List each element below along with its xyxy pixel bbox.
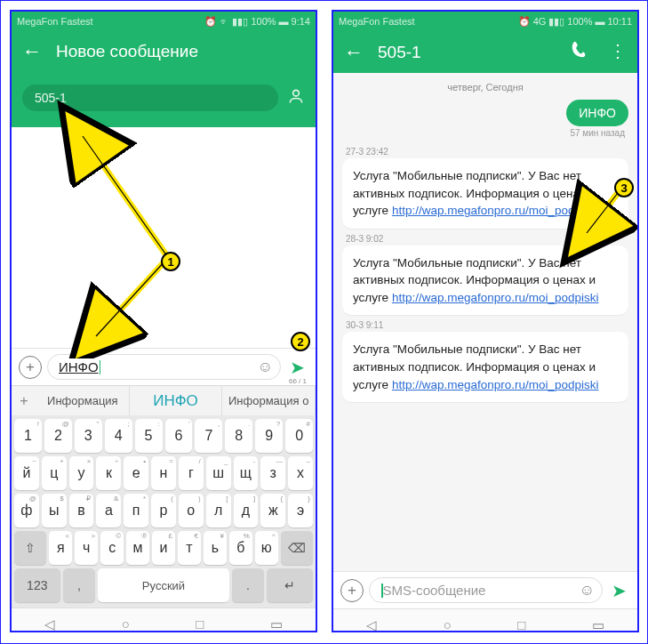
nav-back-icon[interactable]: ◁ xyxy=(366,617,377,633)
suggestion-plus[interactable]: + xyxy=(12,386,36,415)
nav-recent-icon[interactable]: □ xyxy=(517,617,525,632)
key-н[interactable]: =н xyxy=(151,456,176,490)
key-р[interactable]: (р xyxy=(151,494,176,527)
key-х[interactable]: –х xyxy=(288,456,313,490)
key-в[interactable]: ₽в xyxy=(69,494,94,527)
phone-conversation: MegaFon Fastest ⏰ 4G ▮▮▯ 100% ▬ 10:11 ← … xyxy=(332,10,639,632)
nav-recent-icon[interactable]: □ xyxy=(196,616,204,632)
key-ч[interactable]: >ч xyxy=(75,531,98,565)
send-button[interactable]: ➤ xyxy=(286,357,308,378)
clock: 9:14 xyxy=(292,16,310,27)
suggestion-bar: + Информация ИНФО Информация о xyxy=(12,385,316,415)
key-ш[interactable]: _ш xyxy=(206,456,231,490)
call-icon[interactable] xyxy=(570,40,589,64)
key-г[interactable]: /г xyxy=(179,456,204,490)
key-ь[interactable]: ¥ь xyxy=(204,531,227,565)
svg-line-2 xyxy=(83,136,167,256)
attach-button[interactable]: + xyxy=(340,579,364,602)
key-space[interactable]: Русский xyxy=(98,568,228,602)
more-icon[interactable]: ⋮ xyxy=(609,40,627,64)
svg-point-0 xyxy=(293,90,300,96)
key-shift[interactable]: ⇧ xyxy=(14,531,46,565)
message-input[interactable]: ИНФО ☺ xyxy=(47,354,281,380)
key-ф[interactable]: @ф xyxy=(14,494,39,527)
key-к[interactable]: ÷к xyxy=(96,456,121,490)
send-button[interactable]: ➤ xyxy=(608,580,630,601)
input-bar: + SMS-сообщение ☺ ➤ xyxy=(333,571,637,608)
key-е[interactable]: •е xyxy=(124,456,148,490)
key-м[interactable]: ®м xyxy=(126,531,149,565)
incoming-bubble[interactable]: Услуга "Мобильные подписки". У Вас нет а… xyxy=(342,158,628,229)
key-ы[interactable]: $ы xyxy=(42,494,67,527)
key-д[interactable]: ]д xyxy=(234,494,259,527)
incoming-bubble[interactable]: Услуга "Мобильные подписки". У Вас нет а… xyxy=(342,246,628,316)
key-п[interactable]: *п xyxy=(124,494,148,527)
key-й[interactable]: ~й xyxy=(14,456,39,490)
key-2[interactable]: @2 xyxy=(44,419,72,453)
key-б[interactable]: %б xyxy=(229,531,252,565)
back-icon[interactable]: ← xyxy=(344,41,364,64)
key-backspace[interactable]: ⌫ xyxy=(281,531,313,565)
nav-extra-icon[interactable]: ▭ xyxy=(592,617,604,633)
key-л[interactable]: [л xyxy=(206,494,231,527)
key-5[interactable]: :5 xyxy=(135,419,163,453)
incoming-bubble[interactable]: Услуга "Мобильные подписки". У Вас нет а… xyxy=(342,332,628,402)
key-3[interactable]: "3 xyxy=(75,419,102,453)
key-9[interactable]: ?9 xyxy=(255,419,283,453)
key-з[interactable]: —з xyxy=(260,456,285,490)
suggestion-1[interactable]: Информация xyxy=(36,386,130,415)
key-ю[interactable]: ^ю xyxy=(255,531,278,565)
alarm-icon: ⏰ xyxy=(518,16,531,28)
key-6[interactable]: '6 xyxy=(165,419,193,453)
battery-pct: 100% xyxy=(567,16,592,27)
key-8[interactable]: .8 xyxy=(225,419,252,453)
key-щ[interactable]: -щ xyxy=(234,456,259,490)
date-separator: четверг, Сегодня xyxy=(342,82,628,93)
suggestion-2[interactable]: ИНФО xyxy=(130,386,223,415)
emoji-icon[interactable]: ☺ xyxy=(258,358,273,376)
nav-home-icon[interactable]: ○ xyxy=(444,617,452,632)
suggestion-3[interactable]: Информация о xyxy=(222,386,316,415)
chat-body[interactable]: четверг, Сегодня ИНФО 57 мин назад 27-3 … xyxy=(333,73,637,571)
key-с[interactable]: ©с xyxy=(100,531,124,565)
message-link[interactable]: http://wap.megafonpro.ru/moi_podpiski xyxy=(392,291,599,304)
key-123[interactable]: 123 xyxy=(14,568,60,602)
battery-pct: 100% xyxy=(251,16,276,27)
message-input[interactable]: SMS-сообщение ☺ xyxy=(369,577,603,603)
key-я[interactable]: <я xyxy=(49,531,72,565)
key-ц[interactable]: +ц xyxy=(42,456,67,490)
status-bar: MegaFon Fastest ⏰ ᯤ ▮▮▯ 100% ▬ 9:14 xyxy=(12,12,316,31)
key-о[interactable]: )о xyxy=(179,494,204,527)
back-icon[interactable]: ← xyxy=(22,40,42,63)
carrier-label: MegaFon Fastest xyxy=(339,16,415,27)
key-и[interactable]: £и xyxy=(152,531,175,565)
add-contact-icon[interactable] xyxy=(287,87,305,109)
header-actions: ⋮ xyxy=(570,40,627,64)
message-placeholder: SMS-сообщение xyxy=(383,583,486,598)
message-link[interactable]: http://wap.megafonpro.ru/moi_podpiski xyxy=(392,378,599,391)
outgoing-message: ИНФО xyxy=(342,100,628,126)
message-link[interactable]: http://wap.megafonpro.ru/moi_podpiski xyxy=(392,204,599,217)
status-bar: MegaFon Fastest ⏰ 4G ▮▮▯ 100% ▬ 10:11 xyxy=(333,12,637,31)
emoji-icon[interactable]: ☺ xyxy=(580,582,595,600)
nav-back-icon[interactable]: ◁ xyxy=(44,616,55,632)
key-dot[interactable]: . xyxy=(232,568,265,602)
key-ж[interactable]: {ж xyxy=(260,494,285,527)
key-э[interactable]: }э xyxy=(288,494,313,527)
key-enter[interactable]: ↵ xyxy=(267,568,313,602)
nav-bar: ◁ ○ □ ▭ xyxy=(333,608,637,632)
key-т[interactable]: €т xyxy=(178,531,201,565)
attach-button[interactable]: + xyxy=(19,356,42,379)
key-1[interactable]: !1 xyxy=(14,419,42,453)
nav-extra-icon[interactable]: ▭ xyxy=(270,616,283,632)
key-4[interactable]: ;4 xyxy=(105,419,132,453)
key-у[interactable]: ×у xyxy=(69,456,94,490)
nav-home-icon[interactable]: ○ xyxy=(122,616,130,632)
key-7[interactable]: ,7 xyxy=(195,419,222,453)
key-а[interactable]: &а xyxy=(96,494,121,527)
recipient-chip[interactable]: 505-1 xyxy=(22,85,278,111)
marker-2: 2 xyxy=(291,332,310,351)
key-comma[interactable]: , xyxy=(63,568,96,602)
outgoing-bubble[interactable]: ИНФО xyxy=(566,100,628,126)
key-0[interactable]: #0 xyxy=(285,419,313,453)
